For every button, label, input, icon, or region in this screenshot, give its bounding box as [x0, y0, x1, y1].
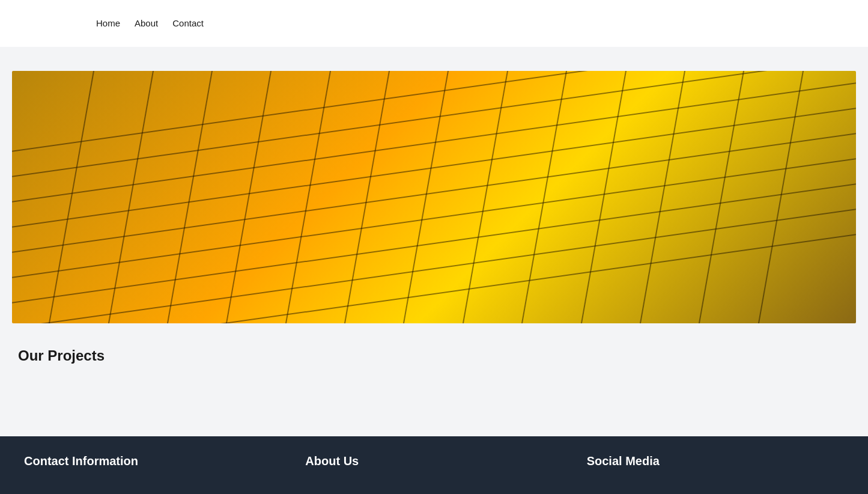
main-content: Our Projects — [0, 47, 868, 388]
footer-social-col: Social Media — [587, 454, 844, 478]
nav-list: Home About Contact — [96, 18, 204, 29]
nav-link-about[interactable]: About — [135, 18, 158, 28]
site-footer: Contact Information About Us Social Medi… — [0, 436, 868, 494]
footer-social-heading: Social Media — [587, 454, 844, 468]
nav-item-contact[interactable]: Contact — [172, 18, 204, 29]
nav-item-home[interactable]: Home — [96, 18, 120, 29]
hero-grid-overlay — [12, 71, 856, 323]
nav-item-about[interactable]: About — [135, 18, 158, 29]
footer-about-col: About Us — [305, 454, 562, 478]
hero-image — [12, 71, 856, 323]
nav-link-home[interactable]: Home — [96, 18, 120, 28]
footer-contact-heading: Contact Information — [24, 454, 281, 468]
projects-section: Our Projects — [12, 347, 856, 364]
footer-grid: Contact Information About Us Social Medi… — [24, 454, 844, 478]
site-header: Home About Contact — [0, 0, 868, 47]
footer-contact-col: Contact Information — [24, 454, 281, 478]
projects-heading: Our Projects — [18, 347, 850, 364]
main-nav: Home About Contact — [24, 12, 844, 35]
footer-about-heading: About Us — [305, 454, 562, 468]
nav-link-contact[interactable]: Contact — [172, 18, 204, 28]
